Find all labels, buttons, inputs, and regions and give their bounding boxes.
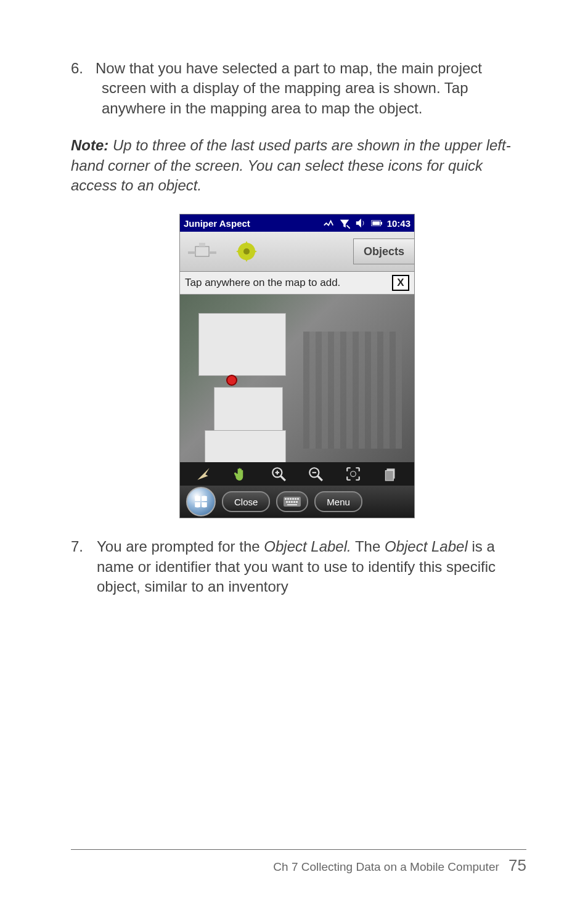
step-7-text-2: The [351, 538, 385, 555]
zoom-extents-icon[interactable] [345, 466, 361, 482]
close-button[interactable]: Close [222, 491, 270, 512]
hint-close-button[interactable]: X [392, 275, 409, 291]
device-screenshot: Juniper Aspect 10:43 Objects [179, 214, 415, 518]
map-toolbar [180, 462, 414, 486]
note-label: Note: [71, 137, 108, 153]
note-text: Up to three of the last used parts are s… [71, 137, 511, 194]
hand-icon[interactable] [233, 466, 249, 482]
footer-chapter: Ch 7 Collecting Data on a Mobile Compute… [273, 860, 499, 873]
step-7: 7. You are prompted for the Object Label… [71, 537, 523, 597]
zoom-in-icon[interactable] [271, 466, 287, 482]
svg-rect-3 [380, 222, 382, 225]
svg-rect-24 [292, 498, 294, 500]
step-6-number: 6. [71, 59, 96, 78]
soft-button-bar: Close Menu [180, 486, 414, 518]
hint-close-label: X [397, 277, 404, 289]
svg-line-11 [280, 476, 285, 481]
parking-area [303, 332, 402, 449]
svg-rect-28 [288, 501, 290, 503]
part-icon-2[interactable] [228, 235, 265, 267]
svg-rect-23 [290, 498, 292, 500]
svg-rect-29 [291, 501, 293, 503]
step-7-text: You are prompted for the Object Label. T… [97, 537, 523, 597]
svg-point-17 [351, 471, 356, 477]
step-7-em-2: Object Label [385, 538, 468, 555]
step-7-em-1: Object Label. [264, 538, 351, 555]
parts-bar: Objects [180, 232, 414, 272]
svg-rect-32 [287, 504, 297, 505]
volume-icon [355, 218, 366, 229]
connectivity-icon [323, 218, 334, 229]
svg-rect-6 [188, 251, 195, 254]
screenshot-container: Juniper Aspect 10:43 Objects [71, 214, 523, 518]
step-6: 6.Now that you have selected a part to m… [71, 59, 523, 118]
menu-button-label: Menu [327, 497, 350, 507]
filter-icon [339, 218, 350, 229]
svg-rect-31 [296, 501, 298, 503]
step-7-text-1: You are prompted for the [97, 538, 264, 555]
svg-rect-2 [372, 221, 380, 225]
svg-rect-22 [287, 498, 289, 500]
svg-rect-4 [195, 247, 209, 256]
objects-button[interactable]: Objects [353, 238, 414, 264]
part-icon-1[interactable] [184, 235, 221, 267]
windows-start-button[interactable] [186, 487, 216, 516]
app-title: Juniper Aspect [184, 218, 323, 229]
svg-rect-25 [295, 498, 296, 500]
footer-page-number: 75 [508, 856, 526, 874]
hint-text: Tap anywhere on the map to add. [185, 277, 340, 289]
svg-rect-5 [199, 243, 205, 247]
svg-rect-26 [297, 498, 299, 500]
page-footer: Ch 7 Collecting Data on a Mobile Compute… [71, 849, 526, 875]
svg-rect-21 [285, 498, 287, 500]
svg-line-15 [318, 476, 323, 481]
map-view[interactable] [180, 295, 414, 462]
note-block: Note: Up to three of the last used parts… [71, 136, 523, 195]
keyboard-button[interactable] [276, 491, 308, 512]
svg-line-0 [346, 226, 349, 229]
close-button-label: Close [234, 497, 258, 507]
battery-icon [371, 218, 382, 229]
status-icons: 10:43 [323, 218, 410, 229]
status-bar: Juniper Aspect 10:43 [180, 214, 414, 232]
objects-button-label: Objects [364, 245, 404, 258]
menu-button[interactable]: Menu [314, 491, 362, 512]
zoom-out-icon[interactable] [308, 466, 324, 482]
svg-point-9 [243, 248, 250, 255]
svg-rect-7 [209, 251, 216, 254]
step-7-number: 7. [71, 537, 97, 597]
arrow-icon[interactable] [195, 466, 211, 482]
layers-icon[interactable] [383, 466, 399, 482]
step-6-text: Now that you have selected a part to map… [96, 60, 482, 116]
svg-rect-27 [286, 501, 288, 503]
clock-text: 10:43 [387, 218, 410, 229]
hint-bar: Tap anywhere on the map to add. X [180, 272, 414, 295]
svg-rect-30 [293, 501, 295, 503]
map-marker-icon [226, 375, 237, 386]
svg-rect-19 [385, 471, 393, 481]
